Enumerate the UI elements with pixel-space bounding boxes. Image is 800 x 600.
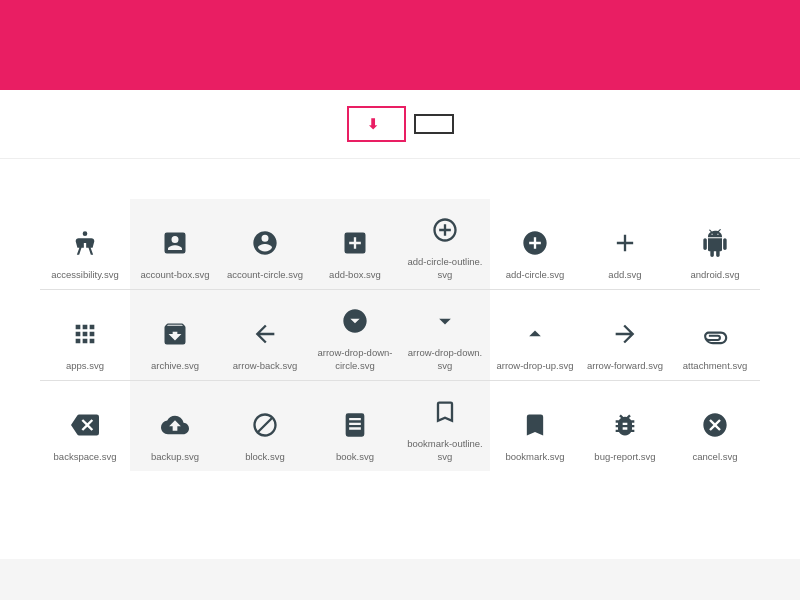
download-icon: ⬇ [367, 116, 380, 132]
icon-cell[interactable]: arrow-forward.svg [580, 290, 670, 380]
icon-filename: cancel.svg [693, 451, 738, 463]
icon-cell[interactable]: arrow-drop-up.svg [490, 290, 580, 380]
account-box-icon [161, 225, 189, 261]
icon-filename: add.svg [608, 269, 641, 281]
icon-cell[interactable]: archive.svg [130, 290, 220, 380]
icon-filename: arrow-drop-down-circle.svg [316, 347, 394, 372]
apps-icon [71, 316, 99, 352]
icon-cell[interactable]: account-circle.svg [220, 199, 310, 289]
action-buttons: ⬇ [0, 90, 800, 159]
icon-cell[interactable]: add-circle.svg [490, 199, 580, 289]
icon-cell[interactable]: attachment.svg [670, 290, 760, 380]
attachment-icon [701, 316, 729, 352]
icon-filename: add-circle.svg [506, 269, 565, 281]
icon-filename: account-box.svg [140, 269, 209, 281]
backspace-icon [71, 407, 99, 443]
icon-filename: arrow-drop-up.svg [496, 360, 573, 372]
icon-filename: apps.svg [66, 360, 104, 372]
add-circle-icon [521, 225, 549, 261]
add-circle-outline-icon [431, 212, 459, 248]
icon-grid: accessibility.svgaccount-box.svgaccount-… [40, 199, 760, 471]
icon-filename: accessibility.svg [51, 269, 118, 281]
icon-cell[interactable]: add-box.svg [310, 199, 400, 289]
accessibility-icon [71, 225, 99, 261]
icon-filename: android.svg [690, 269, 739, 281]
bookmark-outline-icon [431, 394, 459, 430]
icon-cell[interactable]: backup.svg [130, 381, 220, 471]
arrow-forward-icon [611, 316, 639, 352]
add-box-icon [341, 225, 369, 261]
icon-filename: bookmark.svg [505, 451, 564, 463]
icon-cell[interactable]: book.svg [310, 381, 400, 471]
icon-filename: attachment.svg [683, 360, 747, 372]
arrow-drop-down-circle-icon [341, 303, 369, 339]
icon-filename: block.svg [245, 451, 285, 463]
icon-filename: backup.svg [151, 451, 199, 463]
cancel-icon [701, 407, 729, 443]
icon-cell[interactable]: arrow-drop-down-circle.svg [310, 290, 400, 380]
icon-cell[interactable]: android.svg [670, 199, 760, 289]
icon-filename: add-box.svg [329, 269, 381, 281]
account-circle-icon [251, 225, 279, 261]
bug-report-icon [611, 407, 639, 443]
download-button[interactable]: ⬇ [347, 106, 406, 142]
archive-icon [161, 316, 189, 352]
icon-cell[interactable]: backspace.svg [40, 381, 130, 471]
icon-filename: bookmark-outline.svg [406, 438, 484, 463]
book-icon [341, 407, 369, 443]
bookmark-icon [521, 407, 549, 443]
icon-filename: account-circle.svg [227, 269, 303, 281]
icon-cell[interactable]: account-box.svg [130, 199, 220, 289]
icon-cell[interactable]: bug-report.svg [580, 381, 670, 471]
add-icon [611, 225, 639, 261]
icon-cell[interactable]: block.svg [220, 381, 310, 471]
icon-cell[interactable]: arrow-drop-down.svg [400, 290, 490, 380]
icon-cell[interactable]: arrow-back.svg [220, 290, 310, 380]
content-area: accessibility.svgaccount-box.svgaccount-… [0, 159, 800, 559]
icon-cell[interactable]: accessibility.svg [40, 199, 130, 289]
icon-filename: add-circle-outline.svg [406, 256, 484, 281]
icon-filename: book.svg [336, 451, 374, 463]
icon-cell[interactable]: add-circle-outline.svg [400, 199, 490, 289]
icon-filename: arrow-drop-down.svg [406, 347, 484, 372]
icon-cell[interactable]: cancel.svg [670, 381, 760, 471]
arrow-drop-up-icon [521, 316, 549, 352]
icon-filename: backspace.svg [54, 451, 117, 463]
dribbble-button[interactable] [414, 114, 454, 134]
arrow-drop-down-icon [431, 303, 459, 339]
icon-cell[interactable]: apps.svg [40, 290, 130, 380]
icon-filename: archive.svg [151, 360, 199, 372]
header [0, 0, 800, 90]
icon-cell[interactable]: add.svg [580, 199, 670, 289]
block-icon [251, 407, 279, 443]
icon-filename: arrow-back.svg [233, 360, 297, 372]
icon-cell[interactable]: bookmark-outline.svg [400, 381, 490, 471]
android-icon [701, 225, 729, 261]
icon-filename: bug-report.svg [594, 451, 655, 463]
icon-filename: arrow-forward.svg [587, 360, 663, 372]
backup-icon [161, 407, 189, 443]
arrow-back-icon [251, 316, 279, 352]
icon-cell[interactable]: bookmark.svg [490, 381, 580, 471]
